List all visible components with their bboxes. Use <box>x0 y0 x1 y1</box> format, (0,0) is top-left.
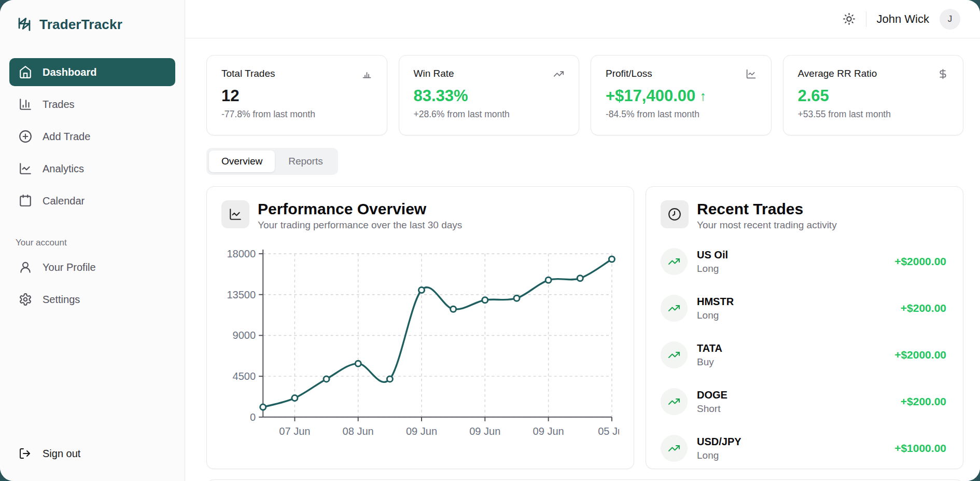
sidebar-item-trades[interactable]: Trades <box>9 90 175 118</box>
stat-change: +28.6% from last month <box>414 109 565 120</box>
top-bar: John Wick J <box>185 0 980 38</box>
sidebar-item-label: Add Trade <box>43 131 90 143</box>
trade-amount: +$2000.00 <box>894 349 946 361</box>
up-arrow-glyph: ↑ <box>699 88 706 104</box>
trade-row[interactable]: US OilLong+$2000.00 <box>661 238 948 285</box>
trending-up-icon <box>553 68 564 79</box>
stat-title: Average RR Ratio <box>798 68 877 79</box>
trade-symbol: USD/JPY <box>697 436 741 448</box>
performance-chart-svg: 045009000135001800007 Jun08 Jun09 Jun09 … <box>221 245 619 444</box>
recent-trades-panel: Recent Trades Your most recent trading a… <box>646 186 963 469</box>
app-window: TraderTrackr Dashboard Trades <box>0 0 980 481</box>
stat-value: +$17,400.00 ↑ <box>606 87 757 105</box>
trade-symbol: HMSTR <box>697 296 734 308</box>
sidebar-item-add-trade[interactable]: Add Trade <box>9 122 175 150</box>
stat-card-total-trades: Total Trades 12 -77.8% from last month <box>206 55 387 135</box>
stat-value: 83.33% <box>414 87 565 105</box>
main-area: John Wick J Total Trades <box>185 0 980 481</box>
trade-amount: +$200.00 <box>901 395 946 408</box>
zap-logo-icon <box>16 16 33 33</box>
panel-icon-box <box>221 200 249 228</box>
panel-title: Performance Overview <box>258 200 462 217</box>
stat-change: -77.8% from last month <box>221 109 372 120</box>
stat-change: +53.55 from last month <box>798 109 949 120</box>
stat-card-win-rate: Win Rate 83.33% +28.6% from last month <box>399 55 580 135</box>
sidebar-item-your-profile[interactable]: Your Profile <box>9 253 175 281</box>
avatar-initial: J <box>948 14 953 24</box>
plus-circle-icon <box>19 130 32 143</box>
stat-title: Profit/Loss <box>606 68 652 79</box>
trade-direction: Buy <box>697 356 722 368</box>
panel-title: Recent Trades <box>697 200 837 217</box>
stat-change: -84.5% from last month <box>606 109 757 120</box>
view-tabs: Overview Reports <box>206 148 338 175</box>
dashboard-content: Total Trades 12 -77.8% from last month W… <box>185 38 980 481</box>
sidebar: TraderTrackr Dashboard Trades <box>0 0 185 481</box>
stat-title: Total Trades <box>221 68 275 79</box>
tab-overview[interactable]: Overview <box>209 150 275 172</box>
svg-text:0: 0 <box>250 411 256 423</box>
svg-text:4500: 4500 <box>233 370 256 382</box>
trending-up-icon <box>668 349 680 361</box>
trade-icon-circle <box>661 248 688 275</box>
sidebar-item-label: Analytics <box>43 163 84 175</box>
dollar-icon <box>937 68 948 79</box>
sidebar-nav: Dashboard Trades Add Trade <box>9 58 175 215</box>
performance-line-chart: 045009000135001800007 Jun08 Jun09 Jun09 … <box>221 245 619 444</box>
trade-direction: Long <box>697 310 734 321</box>
tab-reports[interactable]: Reports <box>276 150 335 172</box>
trade-row[interactable]: USD/JPYLong+$1000.00 <box>661 425 948 472</box>
svg-text:08 Jun: 08 Jun <box>343 425 374 437</box>
sidebar-item-dashboard[interactable]: Dashboard <box>9 58 175 86</box>
sidebar-item-label: Settings <box>43 294 80 306</box>
svg-text:07 Jun: 07 Jun <box>279 425 310 437</box>
stat-card-average-rr: Average RR Ratio 2.65 +53.55 from last m… <box>783 55 964 135</box>
trade-amount: +$1000.00 <box>894 442 946 455</box>
trending-up-icon <box>668 442 680 455</box>
trending-up-icon <box>668 302 680 314</box>
trade-row[interactable]: TATABuy+$2000.00 <box>661 332 948 378</box>
sign-out-button[interactable]: Sign out <box>9 439 175 468</box>
topbar-divider <box>866 11 866 27</box>
panel-subtitle: Your trading performance over the last 3… <box>258 219 462 231</box>
trade-amount: +$2000.00 <box>894 255 946 268</box>
trade-row[interactable]: DOGEShort+$200.00 <box>661 378 948 425</box>
user-avatar[interactable]: J <box>940 9 960 30</box>
bar-chart-icon <box>19 98 32 111</box>
sun-icon <box>843 12 856 25</box>
user-name: John Wick <box>877 12 929 26</box>
svg-text:18000: 18000 <box>227 248 256 259</box>
theme-toggle-button[interactable] <box>843 12 856 25</box>
home-icon <box>19 65 32 79</box>
trades-list: US OilLong+$2000.00HMSTRLong+$200.00TATA… <box>661 238 948 472</box>
clock-icon <box>668 208 681 221</box>
line-chart-icon <box>229 208 242 221</box>
trending-up-icon <box>668 395 680 408</box>
sidebar-item-analytics[interactable]: Analytics <box>9 155 175 183</box>
brand-name: TraderTrackr <box>39 17 122 33</box>
svg-text:05 Jul: 05 Jul <box>598 425 619 437</box>
svg-text:13500: 13500 <box>227 289 256 300</box>
trade-icon-circle <box>661 295 688 322</box>
trade-icon-circle <box>661 341 688 368</box>
line-chart-icon <box>746 68 757 79</box>
trending-up-icon <box>668 255 680 268</box>
trade-amount: +$200.00 <box>901 302 946 314</box>
trade-direction: Short <box>697 403 727 415</box>
svg-text:09 Jun: 09 Jun <box>469 425 500 437</box>
stat-card-profit-loss: Profit/Loss +$17,400.00 ↑ -84.5% from la… <box>591 55 772 135</box>
trade-row[interactable]: HMSTRLong+$200.00 <box>661 285 948 332</box>
svg-text:9000: 9000 <box>233 329 256 341</box>
trade-direction: Long <box>697 450 741 461</box>
svg-text:09 Jun: 09 Jun <box>406 425 437 437</box>
gear-icon <box>19 293 32 306</box>
stat-value: 2.65 <box>798 87 949 105</box>
sidebar-item-calendar[interactable]: Calendar <box>9 187 175 215</box>
sidebar-section-your-account: Your account <box>16 238 175 248</box>
trade-symbol: DOGE <box>697 389 727 401</box>
stat-title: Win Rate <box>414 68 454 79</box>
sidebar-item-settings[interactable]: Settings <box>9 285 175 313</box>
line-chart-icon <box>19 162 32 175</box>
bar-chart-icon <box>361 68 372 79</box>
panel-subtitle: Your most recent trading activity <box>697 219 837 231</box>
